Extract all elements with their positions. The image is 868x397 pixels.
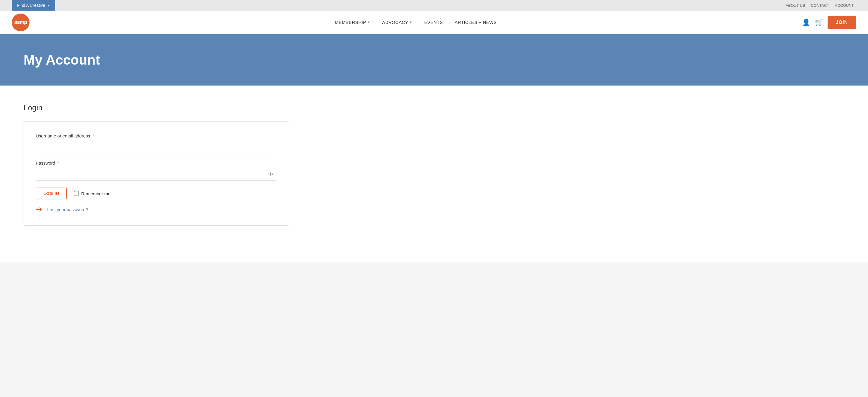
join-button[interactable]: JOIN (828, 15, 856, 29)
nav-membership[interactable]: MEMBERSHIP ▼ (335, 20, 370, 25)
page-title: My Account (24, 52, 100, 68)
password-label: Password * (36, 161, 277, 165)
username-input[interactable] (36, 141, 277, 153)
find-creative-label: Find A Creative (17, 3, 45, 8)
password-input[interactable] (36, 168, 277, 180)
lost-password-row: ➜ Lost your password? (36, 205, 277, 213)
nav-events-label: EVENTS (424, 20, 443, 25)
nav-links: MEMBERSHIP ▼ ADVOCACY ▼ EVENTS ARTICLES … (30, 20, 802, 25)
advocacy-chevron-icon: ▼ (409, 21, 412, 24)
user-icon-button[interactable]: 👤 (802, 19, 810, 26)
login-section-title: Login (24, 103, 844, 112)
nav-articles-news-label: ARTICLES + NEWS (455, 20, 497, 25)
about-us-link[interactable]: ABOUT US (783, 3, 808, 8)
user-icon: 👤 (802, 19, 810, 26)
top-bar: Find A Creative ▼ ABOUT US | CONTACT | A… (0, 0, 868, 11)
nav-events[interactable]: EVENTS (424, 20, 443, 25)
account-link[interactable]: ACCOUNT (833, 3, 856, 8)
top-bar-links: ABOUT US | CONTACT | ACCOUNT (783, 3, 856, 8)
password-required-star: * (57, 161, 59, 165)
contact-link[interactable]: CONTACT (808, 3, 831, 8)
find-creative-button[interactable]: Find A Creative ▼ (12, 0, 55, 11)
logo[interactable]: asmp (12, 13, 30, 31)
remember-me-label[interactable]: Remember me (74, 191, 110, 196)
lost-password-link[interactable]: Lost your password? (47, 207, 88, 212)
password-group: Password * 👁 (36, 161, 277, 180)
membership-chevron-icon: ▼ (367, 21, 370, 24)
nav-advocacy[interactable]: ADVOCACY ▼ (382, 20, 412, 25)
username-group: Username or email address * (36, 133, 277, 153)
remember-me-checkbox[interactable] (74, 191, 79, 196)
nav-advocacy-label: ADVOCACY (382, 20, 408, 25)
form-actions: LOG IN Remember me (36, 188, 277, 199)
hero-banner: My Account (0, 34, 868, 86)
username-required-star: * (92, 133, 94, 138)
log-in-button[interactable]: LOG IN (36, 188, 67, 199)
eye-icon: 👁 (268, 171, 274, 177)
cart-icon: 🛒 (815, 19, 823, 26)
username-label: Username or email address * (36, 133, 277, 138)
logo-text: asmp (14, 19, 27, 25)
main-content: Login Username or email address * Passwo… (0, 86, 868, 263)
nav-membership-label: MEMBERSHIP (335, 20, 366, 25)
password-wrapper: 👁 (36, 168, 277, 180)
main-nav: asmp MEMBERSHIP ▼ ADVOCACY ▼ EVENTS ARTI… (0, 11, 868, 34)
arrow-right-icon: ➜ (36, 205, 42, 213)
nav-right: 👤 🛒 JOIN (802, 15, 856, 29)
toggle-password-visibility-button[interactable]: 👁 (268, 171, 274, 177)
login-form-container: Username or email address * Password * 👁… (24, 121, 289, 226)
nav-articles-news[interactable]: ARTICLES + NEWS (455, 20, 497, 25)
chevron-down-icon: ▼ (47, 4, 50, 7)
cart-icon-button[interactable]: 🛒 (815, 19, 823, 26)
remember-me-text: Remember me (81, 191, 110, 196)
